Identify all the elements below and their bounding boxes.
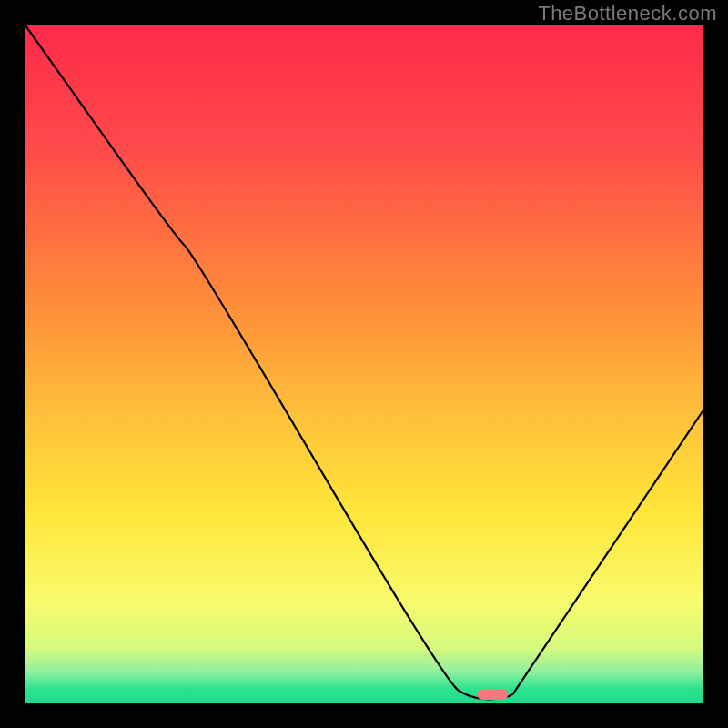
bottleneck-chart [25,25,703,703]
watermark-text: TheBottleneck.com [538,2,717,25]
optimal-marker [477,689,508,700]
chart-plot-area [25,25,703,703]
chart-background [25,25,703,703]
